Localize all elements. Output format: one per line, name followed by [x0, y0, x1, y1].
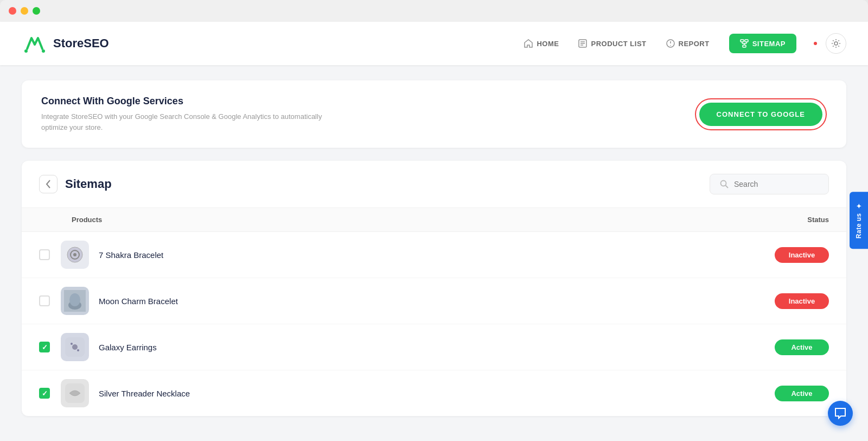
nav-home[interactable]: HOME [524, 39, 559, 48]
nav-sitemap[interactable]: SITEMAP [729, 34, 796, 53]
col-status-header: Status [753, 216, 829, 224]
nav-links: HOME PRODUCT LIST REPORT [524, 34, 796, 53]
product-thumbnail-3 [61, 333, 89, 361]
svg-rect-12 [743, 45, 746, 47]
content-area: Connect With Google Services Integrate S… [0, 65, 868, 431]
connect-btn-wrapper: CONNECT TO GOOGLE [695, 98, 827, 130]
svg-rect-10 [741, 40, 744, 42]
row-checkbox-1[interactable] [39, 249, 50, 260]
google-card-description: Integrate StoreSEO with your Google Sear… [41, 111, 323, 133]
product-thumbnail-1 [61, 241, 89, 269]
svg-point-18 [721, 181, 726, 186]
product-name-2: Moon Charm Bracelet [99, 297, 775, 306]
table-row: Galaxy Earrings Active [22, 324, 846, 370]
nav-product-list[interactable]: PRODUCT LIST [578, 39, 646, 48]
product-thumbnail-2 [61, 287, 89, 315]
rate-us-label: ✦ [855, 203, 863, 211]
row-checkbox-3[interactable] [39, 342, 50, 352]
gear-icon [831, 39, 841, 48]
google-card-text: Connect With Google Services Integrate S… [41, 96, 323, 133]
app-container: StoreSEO HOME PRODUCT LIST [0, 22, 868, 441]
galaxy-thumb-img [65, 337, 85, 357]
nav-report[interactable]: REPORT [666, 39, 710, 48]
table-row: 7 Shakra Bracelet Inactive [22, 232, 846, 278]
report-icon [666, 39, 675, 48]
minimize-dot[interactable] [21, 7, 28, 15]
logo-area: StoreSEO [22, 30, 109, 56]
maximize-dot[interactable] [33, 7, 40, 15]
chat-icon [834, 407, 846, 419]
logo-icon [22, 30, 48, 56]
notification-dot [814, 42, 817, 45]
product-name-1: 7 Shakra Bracelet [99, 250, 775, 260]
sitemap-title: Sitemap [65, 177, 112, 191]
table-row: Moon Charm Bracelet Inactive [22, 278, 846, 324]
product-name-3: Galaxy Earrings [99, 343, 775, 352]
google-services-card: Connect With Google Services Integrate S… [22, 80, 846, 148]
status-badge-2: Inactive [775, 293, 829, 309]
status-badge-3: Active [775, 339, 829, 355]
sitemap-table: Products Status 7 Shakra Bracelet Inac [22, 208, 846, 416]
svg-point-28 [71, 343, 73, 345]
svg-point-17 [834, 42, 838, 45]
navbar: StoreSEO HOME PRODUCT LIST [0, 22, 868, 65]
chat-bubble-button[interactable] [828, 401, 853, 426]
browser-chrome [0, 0, 868, 22]
svg-point-27 [72, 344, 78, 350]
row-checkbox-4[interactable] [39, 388, 50, 399]
settings-button[interactable] [826, 33, 846, 54]
search-icon [720, 180, 729, 188]
search-input[interactable] [734, 180, 819, 188]
sitemap-card: Sitemap Products Status [22, 161, 846, 416]
back-button[interactable] [39, 175, 58, 193]
svg-line-19 [726, 186, 729, 188]
moon-thumb-img [64, 290, 86, 312]
svg-point-22 [73, 253, 76, 256]
close-dot[interactable] [9, 7, 16, 15]
table-row: Silver Threader Necklace Active [22, 370, 846, 416]
product-name-4: Silver Threader Necklace [99, 389, 775, 398]
sitemap-header: Sitemap [22, 161, 846, 208]
google-card-title: Connect With Google Services [41, 96, 323, 107]
product-thumbnail-4 [61, 379, 89, 407]
silver-thumb-img [65, 383, 85, 403]
svg-point-29 [77, 349, 79, 351]
chakra-thumb-img [65, 245, 85, 264]
rate-us-text: Rate us [855, 213, 863, 238]
col-products-header: Products [39, 216, 753, 224]
row-checkbox-2[interactable] [39, 295, 50, 306]
home-icon [524, 39, 533, 48]
svg-point-1 [24, 49, 28, 53]
table-header: Products Status [22, 208, 846, 232]
rate-us-tab[interactable]: ✦ Rate us [850, 192, 868, 249]
svg-rect-11 [745, 40, 748, 42]
search-box[interactable] [710, 174, 829, 194]
logo-text: StoreSEO [53, 36, 109, 51]
status-badge-1: Inactive [775, 247, 829, 263]
svg-point-25 [69, 293, 80, 306]
sitemap-icon [740, 39, 749, 48]
connect-to-google-button[interactable]: CONNECT TO GOOGLE [699, 103, 822, 126]
svg-point-2 [42, 49, 45, 53]
list-icon [578, 39, 587, 48]
chevron-left-icon [46, 180, 51, 188]
sitemap-title-area: Sitemap [39, 175, 112, 193]
status-badge-4: Active [775, 386, 829, 401]
